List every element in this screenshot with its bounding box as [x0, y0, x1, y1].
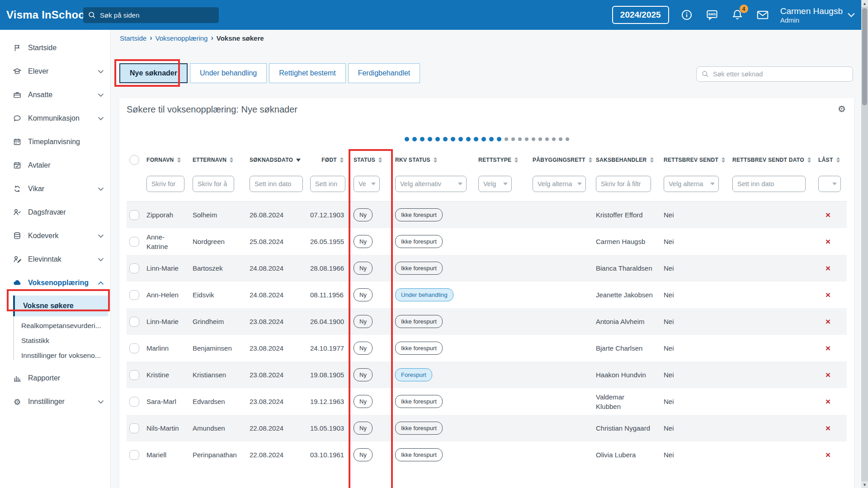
row-delete-button[interactable]: ×: [818, 397, 847, 407]
row-checkbox[interactable]: [129, 397, 139, 407]
filter-input-10[interactable]: [732, 176, 806, 192]
user-menu[interactable]: Carmen Haugsb Admin: [780, 6, 855, 24]
scroll-down-arrow[interactable]: ▼: [861, 481, 868, 488]
row-delete-button[interactable]: ×: [818, 343, 847, 353]
column-header-rettstype[interactable]: RETTSTYPE: [478, 157, 533, 163]
app-logo[interactable]: Visma InSchool: [6, 9, 88, 21]
page-scrollbar[interactable]: ▲ ▼: [861, 0, 868, 488]
pagination-dot-active[interactable]: [405, 137, 409, 141]
filter-input-0[interactable]: [146, 176, 184, 192]
filter-input-3[interactable]: [310, 176, 345, 192]
tab-rettighet-bestemt[interactable]: Rettighet bestemt: [269, 63, 345, 83]
filter-select-7[interactable]: Velg alterna: [533, 176, 586, 192]
sidebar-item-voksenopplaering[interactable]: Voksenopplæring: [0, 271, 110, 295]
row-checkbox[interactable]: [129, 343, 139, 353]
filter-select-4[interactable]: Ve: [354, 176, 380, 192]
row-checkbox[interactable]: [129, 450, 139, 460]
global-search-input[interactable]: [100, 11, 208, 19]
table-settings-gear-icon[interactable]: ⚙: [838, 103, 846, 114]
scrollbar-thumb[interactable]: [862, 8, 867, 105]
pagination-dot-active[interactable]: [481, 137, 486, 141]
sidebar-item-startside[interactable]: Startside: [0, 36, 110, 60]
sidebar-item-vikar[interactable]: Vikar: [0, 177, 110, 201]
filter-select-5[interactable]: Velg alternativ: [395, 176, 467, 192]
pagination-dot-active[interactable]: [435, 137, 440, 141]
row-delete-button[interactable]: ×: [818, 317, 847, 327]
submenu-item-innstillinger-vo[interactable]: Innstillinger for vokseno...: [0, 348, 110, 363]
submenu-item-statistikk[interactable]: Statistikk: [0, 333, 110, 348]
row-checkbox[interactable]: [129, 370, 139, 380]
pagination-dot-inactive[interactable]: [505, 137, 508, 141]
sidebar-item-avtaler[interactable]: Avtaler: [0, 154, 110, 177]
column-header-fornavn[interactable]: FORNAVN: [146, 157, 193, 163]
column-header-status[interactable]: STATUS: [354, 157, 395, 163]
submenu-item-voksne-sokere[interactable]: Voksne søkere: [13, 296, 108, 316]
filter-select-11[interactable]: [818, 176, 841, 192]
column-header-påbyggingsrett[interactable]: PÅBYGGINGSRETT: [533, 157, 596, 163]
table-search[interactable]: [696, 66, 853, 82]
sms-button[interactable]: SMS: [704, 7, 720, 23]
pagination-dot-inactive[interactable]: [518, 137, 522, 141]
column-header-rkv-status[interactable]: RKV STATUS: [395, 157, 478, 163]
sidebar-item-rapporter[interactable]: Rapporter: [0, 366, 110, 390]
row-checkbox[interactable]: [129, 317, 139, 327]
pagination-dot-active[interactable]: [458, 137, 463, 141]
pagination-dot-inactive[interactable]: [545, 137, 549, 141]
breadcrumb-item[interactable]: Startside: [120, 34, 146, 42]
row-checkbox[interactable]: [129, 290, 139, 300]
sidebar-item-ansatte[interactable]: Ansatte: [0, 83, 110, 107]
pagination-dot-inactive[interactable]: [525, 137, 528, 141]
column-header-rettsbrev-sendt[interactable]: RETTSBREV SENDT: [664, 157, 732, 163]
school-year-button[interactable]: 2024/2025: [612, 6, 669, 24]
row-checkbox[interactable]: [129, 237, 139, 247]
row-delete-button[interactable]: ×: [818, 423, 847, 433]
pagination-dot-active[interactable]: [451, 137, 455, 141]
pagination-dot-active[interactable]: [497, 137, 501, 141]
sidebar-item-elever[interactable]: Elever: [0, 60, 110, 83]
row-delete-button[interactable]: ×: [818, 237, 847, 247]
scroll-up-arrow[interactable]: ▲: [861, 0, 868, 7]
row-delete-button[interactable]: ×: [818, 210, 847, 220]
table-search-input[interactable]: [713, 70, 840, 78]
sidebar-item-kommunikasjon[interactable]: Kommunikasjon: [0, 107, 110, 130]
filter-select-9[interactable]: Velg alterna: [664, 176, 719, 192]
row-delete-button[interactable]: ×: [818, 450, 847, 460]
filter-select-6[interactable]: Velg: [478, 176, 512, 192]
pagination-dot-active[interactable]: [443, 137, 448, 141]
row-checkbox[interactable]: [129, 263, 139, 273]
info-button[interactable]: [679, 7, 694, 23]
global-search[interactable]: [83, 7, 219, 23]
column-header-rettsbrev-sendt-dato[interactable]: RETTSBREV SENDT DATO: [732, 157, 818, 163]
sidebar-item-timeplanvisning[interactable]: Timeplanvisning: [0, 130, 110, 154]
pagination-dot-inactive[interactable]: [511, 137, 515, 141]
pagination-dot-inactive[interactable]: [559, 137, 562, 141]
row-checkbox[interactable]: [129, 423, 139, 433]
tab-nye-søknader[interactable]: Nye søknader: [119, 63, 188, 83]
filter-input-8[interactable]: [596, 176, 651, 192]
breadcrumb-item[interactable]: Voksenopplæring: [156, 34, 208, 42]
sidebar-item-elevinntak[interactable]: Elevinntak: [0, 248, 110, 271]
row-delete-button[interactable]: ×: [818, 263, 847, 273]
sidebar-item-innstillinger[interactable]: ⚙ Innstillinger: [0, 390, 110, 413]
row-delete-button[interactable]: ×: [818, 370, 847, 380]
select-all-checkbox[interactable]: [129, 155, 139, 165]
sidebar-item-dagsfravaer[interactable]: Dagsfravær: [0, 201, 110, 224]
pagination-dot-active[interactable]: [474, 137, 478, 141]
tab-ferdigbehandlet[interactable]: Ferdigbehandlet: [348, 63, 420, 83]
column-header-søknadsdato[interactable]: SØKNADSDATO: [250, 157, 310, 163]
filter-input-1[interactable]: [193, 176, 234, 192]
pagination-dot-active[interactable]: [428, 137, 432, 141]
submenu-item-realkompetansevurdering[interactable]: Realkompetansevurderi...: [0, 318, 110, 333]
pagination-dot-active[interactable]: [466, 137, 471, 141]
pagination-dot-active[interactable]: [420, 137, 425, 141]
pagination-dot-inactive[interactable]: [566, 137, 569, 141]
pagination-dot-inactive[interactable]: [552, 137, 556, 141]
column-header-født[interactable]: FØDT: [310, 157, 354, 163]
pagination-dot-inactive[interactable]: [532, 137, 535, 141]
column-header-etternavn[interactable]: ETTERNAVN: [193, 157, 250, 163]
column-header-låst[interactable]: LÅST: [818, 157, 847, 163]
notifications-button[interactable]: 4: [730, 7, 745, 23]
pagination-dot-inactive[interactable]: [538, 137, 542, 141]
row-delete-button[interactable]: ×: [818, 290, 847, 300]
column-header-saksbehandler[interactable]: SAKSBEHANDLER: [596, 157, 664, 163]
